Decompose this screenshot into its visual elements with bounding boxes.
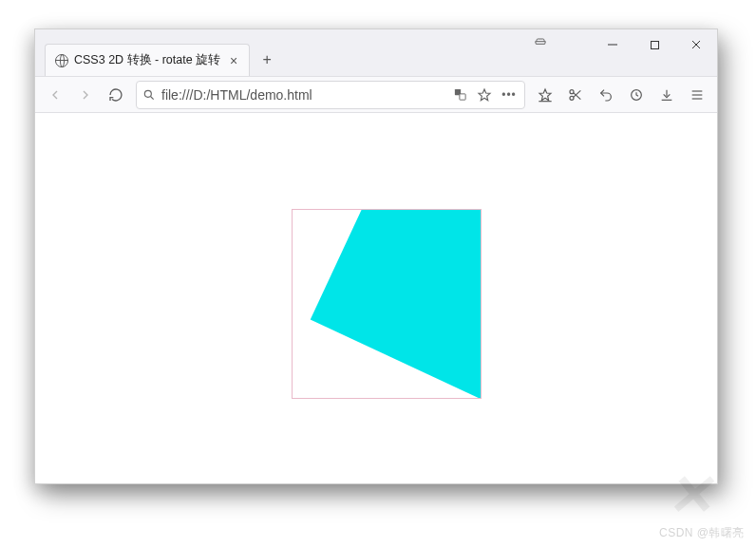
window-controls [592, 29, 717, 60]
maximize-button[interactable] [633, 29, 675, 60]
svg-marker-9 [539, 89, 551, 101]
more-dots-icon[interactable]: ••• [501, 87, 517, 103]
demo-container: 2D旋转 [292, 209, 482, 399]
globe-icon [55, 54, 68, 67]
svg-point-4 [144, 90, 151, 97]
new-tab-button[interactable]: + [254, 47, 280, 73]
undo-icon[interactable] [592, 81, 620, 109]
bookmark-star-icon[interactable] [477, 87, 492, 103]
back-button[interactable] [41, 81, 69, 109]
address-bar[interactable]: file:///D:/HTML/demo.html ••• [136, 81, 525, 109]
svg-marker-8 [479, 89, 490, 101]
svg-rect-1 [651, 41, 658, 48]
bookmarks-icon[interactable] [531, 81, 559, 109]
svg-line-5 [151, 96, 154, 99]
toolbar: file:///D:/HTML/demo.html ••• [35, 77, 717, 113]
reload-button[interactable] [102, 81, 130, 109]
svg-rect-7 [459, 94, 464, 100]
tab-title: CSS3 2D 转换 - rotate 旋转 [74, 52, 220, 68]
translate-icon[interactable] [452, 87, 467, 103]
rotated-box: 2D旋转 [311, 209, 482, 399]
account-icon[interactable] [533, 37, 548, 55]
browser-tab[interactable]: CSS3 2D 转换 - rotate 旋转 × [45, 44, 250, 76]
forward-button[interactable] [71, 81, 100, 109]
history-clock-icon[interactable] [622, 81, 651, 109]
titlebar: CSS3 2D 转换 - rotate 旋转 × + [35, 29, 717, 77]
browser-window: CSS3 2D 转换 - rotate 旋转 × + [34, 28, 718, 484]
menu-icon[interactable] [683, 81, 711, 109]
search-icon [142, 88, 156, 102]
download-icon[interactable] [652, 81, 681, 109]
page-content: 2D旋转 [35, 114, 717, 483]
url-text: file:///D:/HTML/demo.html [161, 87, 446, 103]
tab-close-button[interactable]: × [226, 53, 241, 68]
scissors-icon[interactable] [561, 81, 590, 109]
watermark-text: CSDN @韩曙亮 [659, 525, 745, 541]
urlbar-actions: ••• [452, 87, 519, 103]
window-close-button[interactable] [675, 29, 717, 60]
minimize-button[interactable] [592, 29, 633, 60]
